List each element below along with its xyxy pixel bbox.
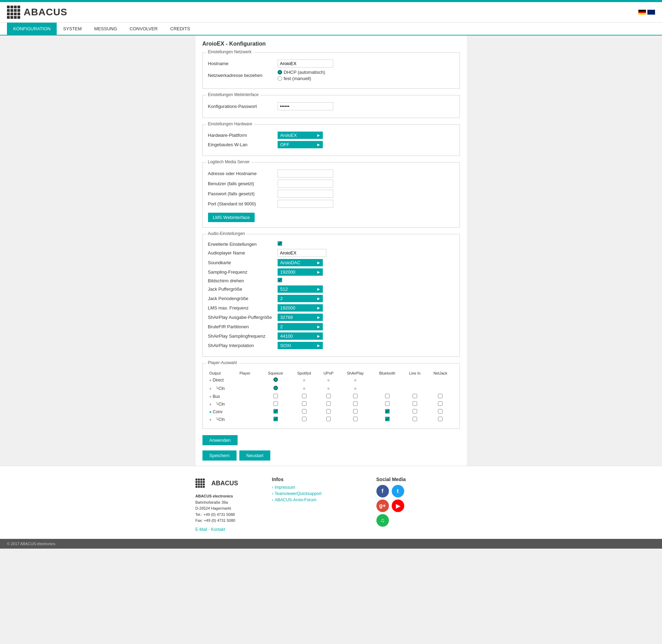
- jack-period-row: Jack Periodengröße 2 ▶: [208, 295, 454, 302]
- bus-cln-spotifyd-cb[interactable]: [302, 401, 306, 406]
- lms-user-row: Benutzer (falls gesetzt): [208, 180, 454, 188]
- lms-password-input[interactable]: [278, 190, 333, 198]
- twitter-icon[interactable]: t: [392, 485, 404, 497]
- footer-email-link[interactable]: E-Mail: [196, 527, 207, 532]
- output-conv: Conv: [213, 409, 223, 414]
- header: ABACUS: [0, 2, 662, 23]
- tab-credits[interactable]: CREDITS: [164, 23, 196, 35]
- social-icons: f t g+ ▶ ♫: [376, 485, 467, 527]
- google-plus-icon[interactable]: g+: [376, 500, 389, 512]
- output-bus: Bus: [213, 394, 220, 399]
- audio-name-input[interactable]: [278, 249, 326, 257]
- neustart-button[interactable]: Neustart: [239, 450, 270, 461]
- bildschirm-checkbox[interactable]: [278, 278, 282, 282]
- jack-puffer-select[interactable]: 512 ▶: [278, 285, 323, 293]
- bus-bluetooth-cb[interactable]: [385, 394, 390, 398]
- direct-cln-squeeze-radio[interactable]: [273, 386, 278, 390]
- platform-select[interactable]: AroioEX ▶: [278, 132, 323, 139]
- sampling-label: Sampling-Frequenz: [208, 269, 278, 275]
- conv-cln-bluetooth-cb[interactable]: [385, 417, 390, 421]
- dhcp-label: DHCP (automatisch): [284, 70, 325, 75]
- bus-cln-squeeze-cb[interactable]: [273, 401, 278, 406]
- footer-inner: ABACUS ABACUS electronics Bahnhofstraße …: [196, 477, 467, 532]
- audio-erw-checkbox[interactable]: [278, 241, 282, 246]
- youtube-icon[interactable]: ▶: [392, 500, 404, 512]
- wlan-select[interactable]: OFF ▶: [278, 141, 323, 148]
- footer-link-impressum[interactable]: › Impressum: [272, 485, 362, 490]
- conv-squeeze-cb[interactable]: [273, 409, 278, 414]
- footer-kontakt-link[interactable]: Kontakt: [211, 527, 225, 532]
- tab-convolver[interactable]: CONVOLVER: [123, 23, 164, 35]
- footer-infos-heading: Infos: [272, 477, 362, 482]
- conv-bluetooth-cb[interactable]: [385, 409, 390, 414]
- direct-squeeze-radio[interactable]: [273, 377, 278, 382]
- bus-shairplay-cb[interactable]: [353, 394, 358, 398]
- brutefir-arrow-icon: ▶: [317, 325, 320, 329]
- lms-port-input[interactable]: [278, 200, 333, 208]
- anwenden-button[interactable]: Anwenden: [202, 435, 238, 445]
- speichern-button[interactable]: Speichern: [202, 450, 237, 461]
- bus-cln-netjack-cb[interactable]: [438, 401, 442, 406]
- conv-cln-squeeze-cb[interactable]: [273, 417, 278, 421]
- sampling-select[interactable]: 192000 ▶: [278, 268, 323, 276]
- footer-social-col: Social Media f t g+ ▶: [376, 477, 467, 527]
- flag-gb[interactable]: [647, 10, 655, 15]
- spotify-icon[interactable]: ♫: [376, 514, 389, 527]
- shairplay-interp-select[interactable]: SOXI ▶: [278, 342, 323, 349]
- tab-konfiguration[interactable]: KONFIGURATION: [7, 23, 57, 35]
- conv-shairplay-cb[interactable]: [353, 409, 358, 414]
- lms-freq-select[interactable]: 192000 ▶: [278, 304, 323, 312]
- flag-de[interactable]: [638, 10, 646, 15]
- conv-cln-spotifyd-cb[interactable]: [302, 417, 306, 421]
- lms-address-label: Adresse oder Hostname: [208, 171, 278, 176]
- brutefir-select[interactable]: 2 ▶: [278, 323, 323, 330]
- facebook-icon[interactable]: f: [376, 485, 389, 497]
- conv-cln-upnp-cb[interactable]: [326, 417, 331, 421]
- bus-linein-cb[interactable]: [413, 394, 417, 398]
- shairplay-buf-label: ShAirPlay Ausgabe-Puffergröße: [208, 315, 278, 320]
- password-label: Konfigurations-Passwort: [208, 104, 278, 109]
- conv-upnp-cb[interactable]: [326, 409, 331, 414]
- bus-spotifyd-cb[interactable]: [302, 394, 306, 398]
- tab-messung[interactable]: MESSUNG: [88, 23, 123, 35]
- conv-cln-linein-cb[interactable]: [413, 417, 417, 421]
- bus-upnp-cb[interactable]: [326, 394, 331, 398]
- hostname-label: Hostname: [208, 61, 278, 66]
- jack-puffer-arrow-icon: ▶: [317, 287, 320, 291]
- chevron-right-icon-2: ›: [272, 491, 273, 496]
- shairplay-sample-value: 44100: [280, 333, 293, 339]
- jack-period-select[interactable]: 2 ▶: [278, 295, 323, 302]
- footer-company-name: ABACUS electronics: [196, 494, 233, 498]
- bus-cln-shairplay-cb[interactable]: [353, 401, 358, 406]
- bus-cln-linein-cb[interactable]: [413, 401, 417, 406]
- manual-label: fest (manuell): [284, 76, 311, 81]
- social-row-1: f t: [376, 485, 467, 497]
- bus-cln-upnp-cb[interactable]: [326, 401, 331, 406]
- footer-link-teamviewer[interactable]: › TeamviewerQuicksupport: [272, 491, 362, 496]
- manual-radio[interactable]: [278, 76, 282, 81]
- shairplay-buf-select[interactable]: 32768 ▶: [278, 314, 323, 321]
- bus-squeeze-cb[interactable]: [273, 394, 278, 398]
- tab-system[interactable]: SYSTEM: [57, 23, 88, 35]
- conv-cln-shairplay-cb[interactable]: [353, 417, 358, 421]
- col-netjack: NetJack: [426, 370, 454, 376]
- footer-link-forum[interactable]: › ABACUS-Aroio-Forum: [272, 497, 362, 502]
- hostname-input[interactable]: [278, 60, 333, 68]
- shairplay-sample-select[interactable]: 44100 ▶: [278, 332, 323, 340]
- conv-netjack-cb[interactable]: [438, 409, 442, 414]
- bus-netjack-cb[interactable]: [438, 394, 442, 398]
- lms-webinterface-button[interactable]: LMS Webinterface: [208, 213, 255, 222]
- lms-user-input[interactable]: [278, 180, 333, 188]
- dhcp-radio[interactable]: [278, 70, 282, 74]
- bus-cln-bluetooth-cb[interactable]: [385, 401, 390, 406]
- conv-cln-netjack-cb[interactable]: [438, 417, 442, 421]
- output-conv-cln: └Cln: [213, 417, 225, 422]
- audio-legend: Audio-Einstellungen: [206, 231, 247, 236]
- conv-linein-cb[interactable]: [413, 409, 417, 414]
- shairplay-buf-arrow-icon: ▶: [317, 315, 320, 319]
- soundkarte-select[interactable]: AroioDAC ▶: [278, 259, 323, 266]
- conv-spotifyd-cb[interactable]: [302, 409, 306, 414]
- password-input[interactable]: [278, 102, 333, 110]
- lms-address-input[interactable]: [278, 170, 333, 178]
- section-audio: Audio-Einstellungen Erweiterte Einstellu…: [202, 234, 460, 357]
